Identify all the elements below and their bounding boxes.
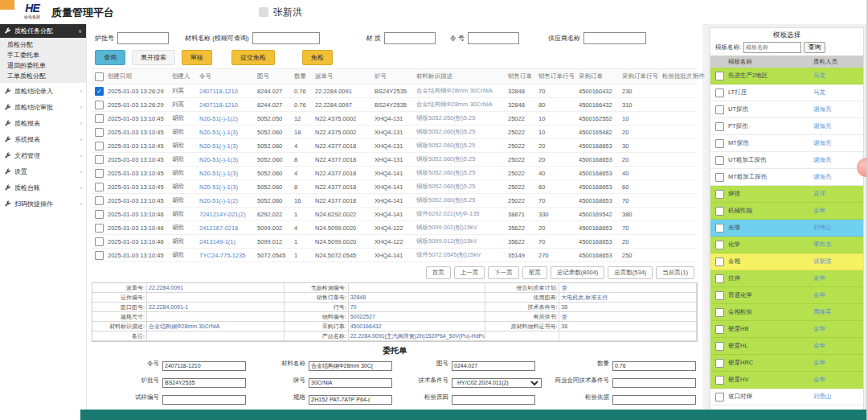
template-checkbox[interactable] — [715, 393, 724, 401]
template-row[interactable]: 硬度HV金华 — [710, 372, 863, 389]
template-checkbox[interactable] — [715, 291, 724, 300]
order-number-link[interactable]: N20-51(-)-1(3) — [199, 156, 257, 163]
template-row[interactable]: 普通化学金华 — [710, 287, 863, 304]
template-checkbox[interactable] — [715, 190, 724, 199]
filter-input-2[interactable] — [384, 32, 436, 44]
template-checkbox[interactable] — [715, 105, 724, 114]
inspector-link[interactable]: 袁洋 — [813, 190, 863, 198]
table-row[interactable]: 2025-01-03 13:10:45胡欣N20-51(-)-1(2)5052.… — [92, 194, 698, 208]
template-row[interactable]: MT探伤谢海亮 — [710, 135, 863, 152]
template-checkbox[interactable] — [715, 173, 724, 182]
template-checkbox[interactable] — [715, 359, 724, 368]
row-checkbox[interactable] — [95, 128, 104, 137]
template-checkbox[interactable] — [715, 257, 724, 266]
order-number-link[interactable]: N20-51(-)-1(3) — [199, 183, 257, 191]
toolbar-button-3[interactable]: 提交免检 — [231, 50, 275, 65]
pager-button-0[interactable]: 首页 — [426, 266, 451, 279]
order-number-link[interactable]: TYC24-775-1235 — [199, 252, 257, 259]
template-row[interactable]: 光谱刘伟山 — [710, 220, 863, 237]
form-input-2-1[interactable] — [309, 395, 392, 405]
inspector-link[interactable]: 谢海亮 — [813, 122, 863, 130]
table-row[interactable]: 2025-01-03 13:10:45胡欣N20-51(-)-1(3)5052.… — [92, 167, 698, 180]
toolbar-button-2[interactable]: 审核 — [182, 50, 212, 65]
order-number-link[interactable]: 2407118-1210 — [199, 101, 257, 109]
template-row[interactable]: 化学李向东 — [710, 237, 863, 253]
template-row[interactable]: 金相检验周桂英 — [710, 304, 863, 321]
row-checkbox[interactable] — [95, 196, 104, 205]
table-row[interactable]: 2025-01-03 13:10:45胡欣N20-51(-)-1(3)5052.… — [92, 153, 698, 167]
table-row[interactable]: 2025-01-03 13:10:46胡欣7241214Y-021(2)6292… — [92, 208, 698, 221]
pager-button-6[interactable]: 当前页(1) — [656, 266, 694, 279]
inspector-link[interactable]: 金华 — [813, 207, 863, 215]
template-checkbox[interactable] — [715, 274, 724, 283]
template-checkbox[interactable] — [715, 376, 724, 385]
row-checkbox[interactable] — [95, 169, 104, 178]
inspector-link[interactable]: 马龙 — [813, 72, 863, 80]
inspector-link[interactable]: 李向东 — [813, 241, 863, 249]
inspector-link[interactable]: 金华 — [813, 359, 863, 367]
pager-button-3[interactable]: 尾页 — [522, 266, 547, 279]
inspector-link[interactable]: 马龙 — [813, 89, 863, 97]
order-number-link[interactable]: N20-51(-)-1(2) — [199, 197, 257, 204]
template-search-button[interactable]: 查询 — [804, 42, 825, 53]
row-checkbox[interactable] — [95, 183, 104, 191]
row-checkbox[interactable] — [95, 251, 104, 260]
form-input-0-0[interactable] — [162, 361, 246, 371]
template-row[interactable]: PT探伤谢海亮 — [710, 118, 863, 135]
filter-input-4[interactable] — [583, 32, 646, 44]
inspector-link[interactable]: 金华 — [813, 325, 863, 333]
pager-button-1[interactable]: 上一页 — [454, 266, 485, 279]
pager-button-4[interactable]: 总记录数(8004) — [551, 266, 605, 279]
sidebar-item-2[interactable]: 质检报表› — [0, 115, 86, 131]
row-checkbox[interactable] — [95, 237, 104, 246]
template-row[interactable]: 拉伸金华 — [710, 270, 863, 287]
template-row[interactable]: 坡口对焊刘贵山 — [710, 389, 863, 406]
inspector-link[interactable]: 谢海亮 — [813, 156, 863, 164]
row-checkbox[interactable]: ✓ — [95, 87, 104, 96]
sidebar-item-7[interactable]: 扫码快捷操作› — [0, 196, 86, 212]
row-checkbox[interactable] — [95, 114, 104, 123]
order-number-link[interactable]: N20-51(-)-1(3) — [199, 170, 257, 177]
sidebar-item-3[interactable]: 系统报表› — [0, 131, 86, 147]
table-row[interactable]: ✓2025-01-03 13:26:29刘英2407118-12108244.0… — [92, 84, 698, 98]
template-row[interactable]: MT粗加工探伤谢海亮 — [710, 169, 863, 186]
template-checkbox[interactable] — [715, 156, 724, 165]
table-row[interactable]: 2025-01-03 13:10:45胡欣TYC24-775-12355072.… — [92, 249, 698, 262]
form-input-0-2[interactable] — [452, 361, 535, 371]
pager-button-5[interactable]: 总页数(534) — [608, 266, 653, 279]
order-number-link[interactable]: N20-51(-)-1(3) — [199, 142, 257, 150]
inspector-link[interactable]: 金华 — [813, 291, 863, 299]
sidebar-item-6[interactable]: 质检台账› — [0, 179, 86, 196]
table-row[interactable]: 2025-01-03 13:10:45胡欣N20-51(-)-1(2)5052.… — [92, 112, 698, 126]
template-row[interactable]: 焊接袁洋 — [710, 186, 863, 203]
table-row[interactable]: 2025-01-03 13:10:46胡欣2413149-1(1)5099.01… — [92, 235, 698, 249]
inspector-link[interactable]: 金华 — [813, 376, 863, 384]
inspector-link[interactable]: 谢海亮 — [813, 105, 863, 113]
sidebar-subitem-3[interactable]: 工单质检分配 — [0, 71, 86, 81]
filter-input-1[interactable] — [252, 32, 320, 44]
toolbar-button-1[interactable]: 展开搜索 — [132, 50, 175, 65]
table-row[interactable]: 2025-01-03 13:10:45胡欣N20-51(-)-1(3)5052.… — [92, 126, 698, 139]
template-checkbox[interactable] — [715, 207, 724, 216]
order-number-link[interactable]: 2407118-1210 — [199, 88, 257, 95]
form-select-1-2[interactable]: HY/C02.2024.011(2) — [452, 378, 542, 388]
order-number-link[interactable]: 2412167-0216 — [199, 224, 257, 232]
row-checkbox[interactable] — [95, 155, 104, 164]
template-search-input[interactable] — [743, 42, 801, 53]
sidebar-item-0[interactable]: 质检结论录入› — [0, 83, 86, 99]
inspector-link[interactable]: 谢海亮 — [813, 173, 863, 181]
table-row[interactable]: 2025-01-03 13:10:45胡欣N20-51(-)-1(3)5052.… — [92, 180, 698, 194]
template-checkbox[interactable] — [715, 325, 724, 334]
template-checkbox[interactable] — [715, 241, 724, 249]
inspector-link[interactable]: 金华 — [813, 342, 863, 350]
form-input-2-3[interactable] — [612, 395, 696, 405]
order-number-link[interactable]: N20-51(-)-1(2) — [199, 115, 257, 122]
filter-input-3[interactable] — [468, 32, 519, 44]
sidebar-subitem-0[interactable]: 质检分配 — [0, 39, 86, 50]
form-input-1-0[interactable] — [162, 378, 246, 388]
table-row[interactable]: 2025-01-03 13:10:46胡欣2412167-02165099.00… — [92, 221, 698, 235]
template-row[interactable]: UT探伤谢海亮 — [710, 101, 863, 118]
template-checkbox[interactable] — [715, 122, 724, 131]
template-row[interactable]: LT打压马龙 — [710, 84, 863, 101]
row-checkbox[interactable] — [95, 210, 104, 219]
